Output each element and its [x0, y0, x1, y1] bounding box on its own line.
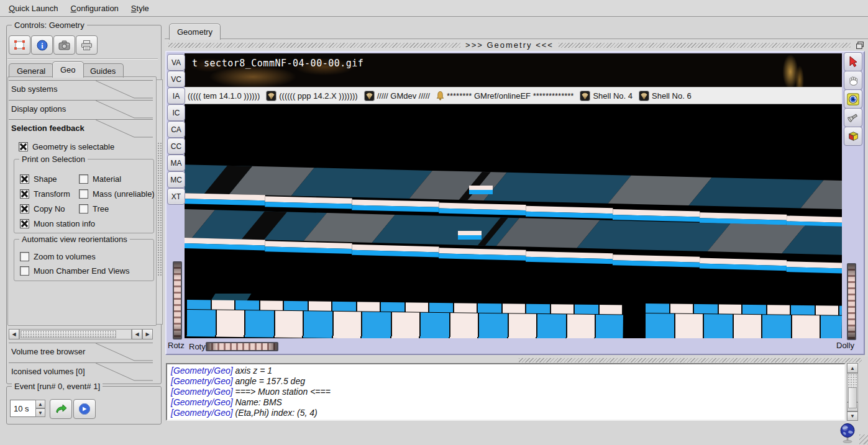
run-button[interactable] [73, 399, 96, 419]
view-button-ia[interactable]: IA [167, 88, 185, 104]
snapshot-button[interactable] [53, 35, 75, 55]
checkbox-muon-station-info[interactable] [20, 219, 29, 228]
toolbar-item-shell6[interactable]: Shell No. 6 [639, 91, 692, 101]
scrollbar-track[interactable] [847, 373, 858, 402]
checkbox-transform[interactable] [20, 189, 29, 199]
dock-handle-texture [559, 43, 851, 48]
scroll-down-icon[interactable]: ▼ [847, 411, 858, 421]
log-scrollbar[interactable]: ▲ ▲ ▼ [847, 363, 858, 421]
restore-window-icon[interactable] [856, 41, 864, 50]
checkbox-copy-no[interactable] [20, 204, 29, 214]
log-text: axis z = 1 [235, 366, 272, 375]
section-selection-feedback[interactable]: Selection feedback [9, 119, 153, 138]
tab-geo[interactable]: Geo [52, 61, 84, 78]
view-button-vc[interactable]: VC [167, 71, 185, 88]
view-button-ic[interactable]: IC [167, 104, 185, 121]
toolbar-label: ((((( tem 14.1.0 )))))) [188, 91, 260, 101]
checkbox-label: Material [93, 174, 121, 184]
next-event-button[interactable] [50, 399, 72, 419]
checkbox-tree[interactable] [79, 204, 88, 214]
toolbar-label: Shell No. 4 [593, 91, 633, 101]
menu-bar: Quick Launch Configuration Style [0, 0, 868, 17]
view-button-ca[interactable]: CA [167, 121, 185, 138]
checkbox-label: Tree [93, 204, 109, 214]
small-chamber [469, 186, 493, 194]
viewer-tab-geometry[interactable]: Geometry [169, 24, 221, 40]
scrollbar-thumb[interactable] [848, 387, 857, 408]
roty-thumbwheel[interactable] [206, 342, 278, 351]
spin-up-icon[interactable]: ▲ [35, 400, 45, 408]
headlight-button[interactable] [844, 108, 862, 127]
checkbox-mass[interactable] [79, 189, 88, 199]
info-icon: i [37, 40, 48, 51]
view-button-xt[interactable]: XT [167, 188, 185, 205]
scroll-left-icon[interactable]: ◀ [132, 329, 142, 339]
checkbox-label: Muon Chamber End Views [34, 266, 129, 276]
section-iconised-volumes[interactable]: Iconised volumes [0] [9, 362, 153, 381]
muon-geometry-render[interactable] [185, 105, 842, 338]
checkbox-geometry-selectable[interactable] [19, 142, 28, 151]
button-label: CC [171, 142, 181, 151]
checkbox-label: Geometry is selectable [32, 142, 114, 151]
section-display-options[interactable]: Display options [9, 100, 153, 119]
menu-quick-launch[interactable]: Quick Launch [2, 2, 65, 15]
viewer-toolbar: ((((( tem 14.1.0 )))))) (((((( ppp 14.2.… [185, 87, 842, 104]
view-button-cc[interactable]: CC [167, 138, 185, 155]
checkbox-material[interactable] [79, 174, 88, 184]
print-button[interactable] [76, 35, 98, 55]
view-button-mc[interactable]: MC [167, 171, 185, 188]
button-label: CA [171, 125, 181, 134]
view-button-ma[interactable]: MA [167, 155, 185, 171]
toolbar-item-tem[interactable]: ((((( tem 14.1.0 )))))) [188, 91, 260, 101]
group-title: Automatic view reorientations [19, 235, 130, 244]
event-interval-stepper[interactable]: ▲ ▼ [35, 400, 45, 417]
globe-icon[interactable] [838, 423, 857, 443]
spin-down-icon[interactable]: ▼ [35, 408, 45, 417]
button-label: XT [171, 192, 181, 201]
log-text: (Eta,Phi) index: (5, 4) [235, 408, 317, 418]
checkbox-label: Mass (unreliable) [93, 189, 155, 199]
toolbar-label: (((((( ppp 14.2.X ))))))) [279, 91, 357, 101]
checkbox-muon-chamber-end-views[interactable] [20, 266, 29, 276]
scrollbar-track[interactable] [19, 329, 132, 339]
toolbar-item-shell4[interactable]: Shell No. 4 [580, 91, 633, 101]
section-sub-systems[interactable]: Sub systems [9, 80, 153, 99]
view-button-va[interactable]: VA [167, 54, 185, 71]
view-mode-button[interactable] [844, 89, 862, 109]
3d-canvas[interactable]: t sector8_CommNF-04-00-00.gif ((((( tem … [185, 53, 842, 338]
dolly-thumbwheel[interactable] [847, 263, 856, 340]
log-tag: [Geometry/Geo] [171, 387, 233, 397]
scroll-up-icon[interactable]: ▲ [847, 363, 858, 373]
viewer-dock-titlebar[interactable]: >>> Geometry <<< [168, 40, 864, 50]
menu-configuration[interactable]: Configuration [65, 2, 125, 15]
section-volume-tree-browser[interactable]: Volume tree browser [9, 343, 153, 361]
rotx-thumbwheel[interactable] [173, 261, 182, 339]
panel-scrollbar-vertical[interactable] [156, 79, 163, 325]
info-button[interactable]: i [31, 35, 53, 55]
resize-grip[interactable] [859, 434, 868, 444]
checkbox-shape[interactable] [20, 174, 29, 184]
shell-icon [639, 91, 649, 101]
toolbar-item-ppp[interactable]: (((((( ppp 14.2.X ))))))) [266, 91, 357, 101]
checkbox-zoom-to-volumes[interactable] [20, 252, 29, 261]
reference-image-strip: t sector8_CommNF-04-00-00.gif [185, 53, 842, 87]
scroll-left-icon[interactable]: ◀ [9, 329, 19, 339]
scrollbar-thumb[interactable] [21, 330, 116, 338]
event-interval-input[interactable]: 10 s [10, 400, 36, 417]
pan-mode-button[interactable] [844, 71, 862, 90]
frame-select-button[interactable] [9, 35, 30, 55]
section-decoration [96, 343, 153, 361]
log-dock-handle[interactable] [519, 358, 862, 362]
spotlight-icon [847, 112, 859, 124]
panel-scrollbar-horizontal[interactable]: ◀ ◀ ▶ [9, 329, 153, 339]
pick-mode-button[interactable] [844, 52, 862, 71]
menu-style[interactable]: Style [125, 2, 155, 15]
perspective-button[interactable] [844, 127, 862, 146]
toolbar-item-gmdev[interactable]: ///// GMdev ///// [364, 91, 430, 101]
section-label: Iconised volumes [0] [11, 367, 85, 376]
checkbox-label: Copy No [34, 204, 65, 214]
scroll-right-icon[interactable]: ▶ [142, 329, 153, 339]
tab-guides[interactable]: Guides [82, 63, 124, 78]
toolbar-item-gmref[interactable]: ******** GMref/onlineEF ************* [436, 91, 574, 101]
tab-general[interactable]: General [9, 63, 53, 78]
